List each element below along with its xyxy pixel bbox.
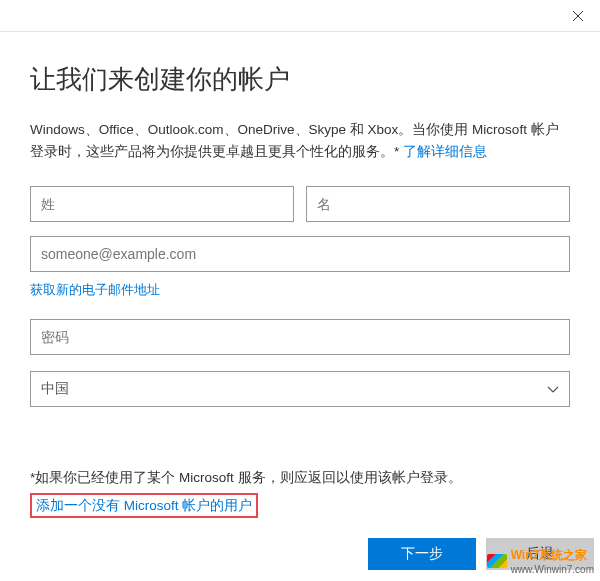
lastname-input[interactable] [30,186,294,222]
next-button[interactable]: 下一步 [368,538,476,570]
watermark-text: Win7系统之家 www.Winwin7.com [511,547,594,575]
watermark-title: Win7系统之家 [511,547,594,564]
password-input[interactable] [30,319,570,355]
watermark-url: www.Winwin7.com [511,564,594,575]
name-row [30,186,570,222]
page-title: 让我们来创建你的帐户 [30,62,570,97]
country-select[interactable]: 中国 [30,371,570,407]
chevron-down-icon [547,383,559,395]
get-email-link[interactable]: 获取新的电子邮件地址 [30,281,160,299]
password-row [30,319,570,355]
learn-more-link[interactable]: 了解详细信息 [403,144,487,159]
firstname-input[interactable] [306,186,570,222]
dialog-content: 让我们来创建你的帐户 Windows、Office、Outlook.com、On… [0,32,600,538]
country-value: 中国 [41,380,69,398]
intro-text: Windows、Office、Outlook.com、OneDrive、Skyp… [30,119,570,162]
close-icon [573,11,583,21]
email-row [30,236,570,272]
existing-account-note: *如果你已经使用了某个 Microsoft 服务，则应返回以使用该帐户登录。 [30,469,570,487]
windows-logo-icon [487,554,507,568]
email-input[interactable] [30,236,570,272]
add-local-user-link[interactable]: 添加一个没有 Microsoft 帐户的用户 [36,498,252,513]
add-user-highlight: 添加一个没有 Microsoft 帐户的用户 [30,493,258,518]
close-button[interactable] [555,0,600,32]
watermark: Win7系统之家 www.Winwin7.com [487,547,594,575]
titlebar [0,0,600,32]
